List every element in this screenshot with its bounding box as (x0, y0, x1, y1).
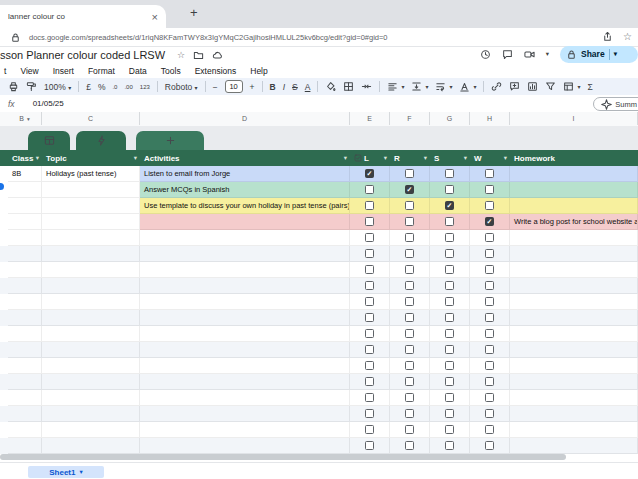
checkbox[interactable] (365, 393, 374, 402)
checkbox[interactable] (445, 313, 454, 322)
checkbox-cell[interactable] (430, 246, 470, 262)
move-folder-icon[interactable] (193, 50, 204, 61)
menu-item-view[interactable]: View (15, 66, 43, 76)
cell-I[interactable] (510, 374, 638, 390)
checkbox[interactable] (445, 345, 454, 354)
checkbox[interactable] (365, 217, 374, 226)
checkbox[interactable] (405, 409, 414, 418)
cell-activity[interactable]: Answer MCQs in Spanish (140, 182, 350, 198)
bookmark-star-icon[interactable]: ☆ (623, 31, 632, 42)
cell-I[interactable] (510, 390, 638, 406)
add-table-tab[interactable] (136, 131, 204, 150)
checkbox[interactable] (485, 345, 494, 354)
cell-D[interactable] (140, 214, 350, 230)
checkbox[interactable] (365, 329, 374, 338)
checkbox[interactable] (485, 393, 494, 402)
fill-color-icon[interactable] (325, 81, 336, 92)
checkbox[interactable] (485, 185, 494, 194)
checkbox[interactable] (485, 377, 494, 386)
checkbox[interactable] (445, 409, 454, 418)
checkbox-cell[interactable] (470, 406, 510, 422)
header-cell-activities[interactable]: Activities▾ (140, 150, 350, 166)
checkbox-cell[interactable] (430, 278, 470, 294)
checkbox[interactable] (485, 297, 494, 306)
cell-C[interactable] (42, 406, 140, 422)
header-filter-caret-icon[interactable]: ▾ (464, 154, 467, 162)
cell-C[interactable] (42, 262, 140, 278)
summarize-chip[interactable]: Summ (593, 97, 638, 111)
column-letter-G[interactable]: G (430, 112, 470, 125)
cell-I[interactable] (510, 406, 638, 422)
checkbox[interactable] (405, 249, 414, 258)
cell-C[interactable] (42, 278, 140, 294)
table-suggestions-tab[interactable] (76, 131, 126, 150)
menu-item-tools[interactable]: Tools (156, 66, 186, 76)
cell-C[interactable] (42, 310, 140, 326)
cell-B[interactable] (8, 294, 42, 310)
browser-tab[interactable]: lanner colour co × (0, 5, 166, 28)
paint-format-icon[interactable] (26, 81, 37, 92)
checkbox-cell[interactable] (350, 198, 390, 214)
cell-I[interactable] (510, 422, 638, 438)
checkbox-cell[interactable]: ✓ (470, 214, 510, 230)
header-filter-caret-icon[interactable]: ▾ (384, 154, 387, 162)
cell-homework[interactable]: Write a blog post for school website ab (510, 214, 638, 230)
vertical-align-icon[interactable] (411, 81, 422, 92)
checkbox[interactable] (365, 425, 374, 434)
column-letter-H[interactable]: H (470, 112, 510, 125)
checkbox-cell[interactable] (430, 230, 470, 246)
checkbox-cell[interactable] (350, 262, 390, 278)
cell-B[interactable] (8, 230, 42, 246)
checkbox[interactable] (485, 281, 494, 290)
checkbox-cell[interactable] (390, 390, 430, 406)
header-filter-caret-icon[interactable]: ▾ (504, 154, 507, 162)
checkbox-cell[interactable] (350, 406, 390, 422)
checkbox[interactable] (405, 297, 414, 306)
cell-C[interactable] (42, 182, 140, 198)
cell-D[interactable] (140, 374, 350, 390)
checkbox[interactable] (485, 361, 494, 370)
header-cell-homework[interactable]: Homework (510, 150, 638, 166)
currency-format-button[interactable]: £ (86, 82, 91, 92)
increase-font-button[interactable]: + (250, 82, 255, 92)
header-cell-topic[interactable]: Topic▾ (42, 150, 140, 166)
checkbox-cell[interactable] (390, 262, 430, 278)
checkbox-cell[interactable] (390, 278, 430, 294)
cell-D[interactable] (140, 342, 350, 358)
checkbox[interactable] (405, 265, 414, 274)
checkbox-cell[interactable]: ✓ (350, 166, 390, 182)
version-history-icon[interactable] (480, 49, 491, 60)
cell-I[interactable] (510, 182, 638, 198)
cell-B[interactable] (8, 182, 42, 198)
cell-I[interactable] (510, 262, 638, 278)
cell-C[interactable] (42, 438, 140, 454)
cell-D[interactable] (140, 310, 350, 326)
checkbox-cell[interactable] (470, 358, 510, 374)
checkbox[interactable] (365, 281, 374, 290)
cell-C[interactable] (42, 198, 140, 214)
checkbox-cell[interactable] (470, 438, 510, 454)
header-cell-r[interactable]: R▾ (390, 150, 430, 166)
document-title[interactable]: sson Planner colour coded LRSW (0, 49, 165, 61)
checkbox[interactable] (365, 361, 374, 370)
checkbox-cell[interactable] (430, 182, 470, 198)
checkbox-cell[interactable] (470, 278, 510, 294)
checkbox[interactable] (405, 313, 414, 322)
checkbox[interactable] (365, 185, 374, 194)
checkbox-cell[interactable] (390, 422, 430, 438)
insert-comment-icon[interactable] (509, 81, 520, 92)
checkbox[interactable] (365, 409, 374, 418)
zoom-select[interactable]: 100% ▾ (44, 82, 71, 92)
cell-B[interactable] (8, 390, 42, 406)
checkbox-cell[interactable] (470, 198, 510, 214)
checkbox[interactable] (405, 329, 414, 338)
checkbox[interactable] (445, 169, 454, 178)
checkbox-cell[interactable]: ✓ (390, 182, 430, 198)
checkbox[interactable] (405, 233, 414, 242)
checkbox[interactable] (485, 329, 494, 338)
number-format-button[interactable]: 123 (140, 84, 150, 90)
checkbox-cell[interactable] (350, 438, 390, 454)
header-cell-s[interactable]: S▾ (430, 150, 470, 166)
meet-camera-icon[interactable] (524, 49, 535, 60)
font-select[interactable]: Roboto ▾ (165, 82, 198, 92)
